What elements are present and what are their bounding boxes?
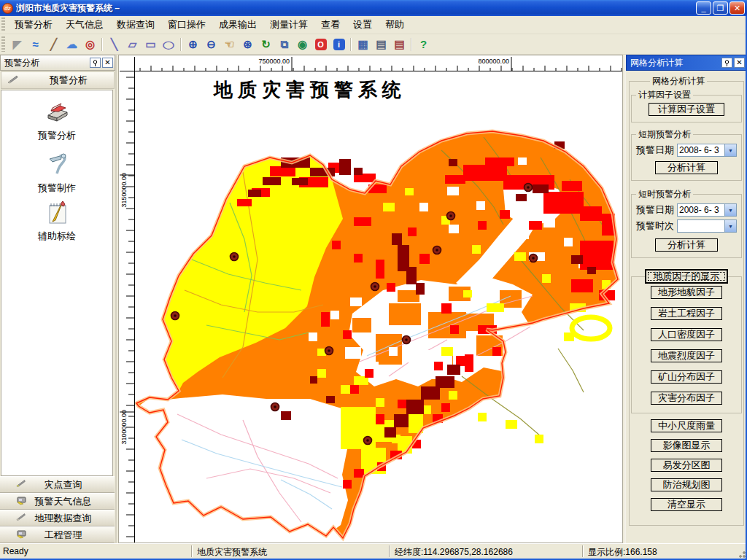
zoom-extent-icon[interactable]: ⊛	[239, 36, 256, 52]
station-marker	[364, 437, 372, 445]
menubar-grip[interactable]	[1, 18, 5, 31]
pan-icon[interactable]: ☜	[221, 36, 238, 52]
short-time-analyze-button[interactable]: 分析计算	[655, 238, 718, 252]
warning-date-combo2[interactable]: 2008- 6- 3 ▼	[677, 203, 737, 217]
display-button-1[interactable]: 影像图显示	[651, 439, 722, 452]
globe-icon[interactable]: ◉	[294, 36, 311, 52]
short-term-analyze-button[interactable]: 分析计算	[655, 161, 718, 174]
satellite-dish-icon[interactable]: ◤	[9, 36, 26, 52]
window-titlebar[interactable]: dz 浏阳市地质灾害预警系统 – _ ❐ ✕	[0, 0, 747, 16]
menu-item-8[interactable]: 帮助	[379, 16, 411, 34]
geological-factor-display-button[interactable]: 地质因子的显示	[646, 270, 727, 283]
info-icon[interactable]: i	[330, 36, 347, 52]
factor-buttons-group: 地形地貌因子岩土工程因子人口密度因子地震烈度因子矿山分布因子灾害分布因子	[631, 276, 742, 413]
shortcut-geographic-data-query[interactable]: 地理数据查询	[0, 510, 115, 526]
stop-icon[interactable]: O	[312, 36, 329, 52]
display-button-2[interactable]: 易发分区图	[651, 459, 722, 472]
target-icon[interactable]: ◎	[82, 36, 98, 52]
nav-item-warning-analysis[interactable]: 预警分析	[1, 101, 112, 142]
warning-date-value2: 2008- 6- 3	[678, 204, 724, 216]
shortcut-label: 地理数据查询	[34, 512, 93, 525]
menu-item-3[interactable]: 窗口操作	[161, 16, 212, 34]
menu-item-7[interactable]: 设置	[347, 16, 379, 34]
menu-item-6[interactable]: 查看	[314, 16, 347, 34]
flood-tool-icon[interactable]: ≈	[27, 36, 44, 52]
help-icon[interactable]: ?	[415, 36, 432, 52]
ruler-corner	[120, 57, 135, 71]
chevron-down-icon[interactable]: ▼	[724, 220, 736, 232]
short-term-group: 短期预警分析 预警日期 2008- 6- 3 ▼ 分析计算	[631, 128, 742, 181]
left-panel-header[interactable]: 预警分析	[1, 71, 115, 89]
print-icon[interactable]: ▤	[373, 36, 390, 52]
zoom-out-icon[interactable]: ⊖	[203, 36, 220, 52]
factor-button-1[interactable]: 岩土工程因子	[651, 307, 722, 320]
chevron-down-icon[interactable]: ▼	[724, 144, 736, 156]
display-button-0[interactable]: 中小尺度雨量	[651, 419, 722, 432]
print-output-icon[interactable]: ▤	[391, 36, 408, 52]
menu-item-1[interactable]: 天气信息	[59, 16, 110, 34]
machine-icon	[16, 529, 28, 541]
image-view-icon[interactable]: ▦	[355, 36, 371, 52]
restore-button[interactable]: ❐	[713, 1, 728, 15]
factor-button-4[interactable]: 矿山分布因子	[651, 370, 722, 384]
warning-date-value: 2008- 6- 3	[678, 144, 724, 156]
display-button-3[interactable]: 防治规划图	[651, 478, 722, 491]
map-title: 地质灾害预警系统	[135, 77, 485, 103]
toolbar-grip[interactable]	[1, 36, 5, 52]
rect-tool-icon[interactable]: ▭	[142, 36, 159, 52]
toolbar: ◤≈╱☁◎╲▱▭◯⊕⊖☜⊛↻⧉◉Oi▦▤▤?	[0, 34, 747, 55]
close-panel-icon[interactable]: ✕	[102, 58, 113, 68]
warning-date-combo[interactable]: 2008- 6- 3 ▼	[677, 144, 737, 157]
left-panel-titlebar: 预警分析 ✕	[0, 55, 115, 71]
menu-item-4[interactable]: 成果输出	[212, 16, 263, 34]
polygon-tool-icon[interactable]: ▱	[124, 36, 141, 52]
close-button[interactable]: ✕	[729, 1, 745, 15]
status-ready: Ready	[3, 546, 28, 556]
warning-date-label: 预警日期	[636, 203, 677, 217]
right-panel-title: 网格分析计算	[630, 57, 720, 69]
ellipse-tool-icon[interactable]: ◯	[160, 39, 177, 50]
cloud-icon[interactable]: ☁	[63, 36, 80, 52]
minimize-button[interactable]: _	[696, 1, 711, 15]
display-button-4[interactable]: 清空显示	[651, 498, 722, 511]
brush-icon	[16, 513, 28, 524]
pin-icon[interactable]	[721, 58, 732, 68]
left-panel-title: 预警分析	[4, 57, 88, 69]
hammer-icon[interactable]: ╱	[45, 36, 62, 52]
nav-item-label: 预警制作	[38, 182, 76, 193]
menu-item-5[interactable]: 测量计算	[263, 16, 314, 34]
factor-button-3[interactable]: 地震烈度因子	[651, 349, 722, 362]
shortcut-disaster-point-query[interactable]: 灾点查询	[0, 476, 115, 493]
brush-icon	[7, 75, 20, 86]
station-marker	[433, 246, 441, 254]
toolbar-separator	[101, 38, 103, 51]
warning-time-combo[interactable]: ▼	[677, 219, 737, 233]
map-canvas[interactable]: 地质灾害预警系统	[135, 71, 622, 542]
close-panel-icon[interactable]: ✕	[734, 58, 745, 68]
nav-item-warning-production[interactable]: 预警制作	[1, 150, 112, 195]
station-marker	[271, 403, 279, 411]
shortcut-warning-weather-info[interactable]: 预警天气信息	[0, 493, 115, 510]
calc-factor-settings-button[interactable]: 计算因子设置	[649, 103, 724, 116]
svg-text:3150000.00: 3150000.00	[120, 173, 128, 208]
warning-time-label: 预警时次	[636, 219, 677, 233]
station-marker	[171, 312, 179, 320]
shortcut-project-management[interactable]: 工程管理	[0, 526, 115, 543]
zoom-in-icon[interactable]: ⊕	[185, 36, 201, 52]
line-tool-icon[interactable]: ╲	[106, 36, 123, 52]
resize-grip[interactable]	[736, 548, 746, 558]
menu-item-2[interactable]: 数据查询	[110, 16, 161, 34]
factor-button-0[interactable]: 地形地貌因子	[651, 286, 722, 299]
shortcut-label: 灾点查询	[34, 478, 93, 491]
copy-icon[interactable]: ⧉	[276, 36, 293, 52]
menu-item-0[interactable]: 预警分析	[8, 16, 59, 34]
chevron-down-icon[interactable]: ▼	[724, 204, 736, 216]
right-panel-titlebar: 网格分析计算 ✕	[626, 55, 747, 71]
factor-button-2[interactable]: 人口密度因子	[651, 328, 722, 341]
refresh-icon[interactable]: ↻	[258, 36, 274, 52]
pin-icon[interactable]	[90, 58, 101, 68]
right-dock-panel: 网格分析计算 ✕ 网格分析计算 计算因子设置 计算因子设置 短期预警分析 预警日…	[624, 55, 747, 543]
factor-button-5[interactable]: 灾害分布因子	[651, 392, 722, 405]
station-marker	[403, 336, 411, 344]
nav-item-auxiliary-plotting[interactable]: 辅助标绘	[1, 200, 112, 243]
